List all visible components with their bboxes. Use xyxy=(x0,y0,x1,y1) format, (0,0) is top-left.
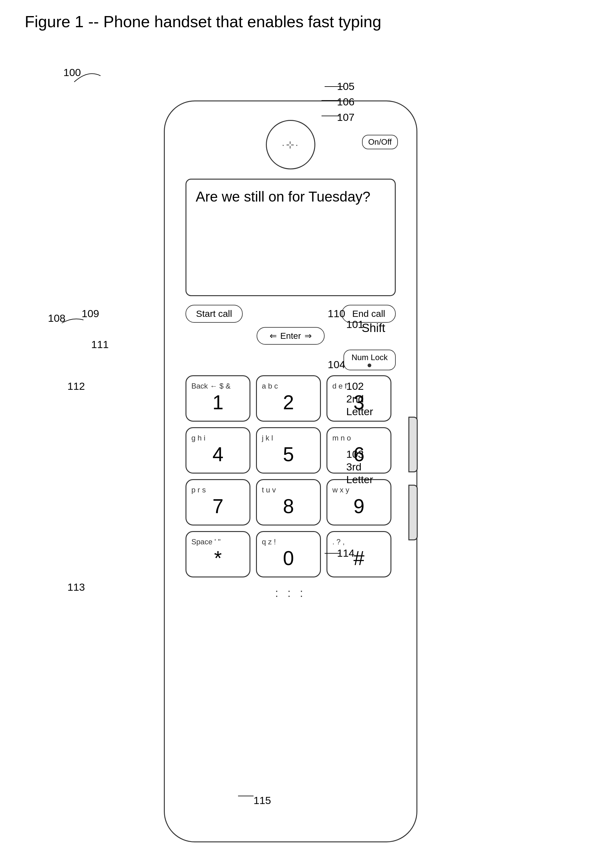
key-5[interactable]: j k l 5 xyxy=(256,427,321,474)
phone-body: ·⊹· On/Off Are we still on for Tuesday? … xyxy=(164,101,417,842)
key-7-letters: p r s xyxy=(191,486,206,495)
ref-line-105 xyxy=(325,82,346,91)
key-8[interactable]: t u v 8 xyxy=(256,479,321,525)
screen-text: Are we still on for Tuesday? xyxy=(196,189,371,205)
key-2-number: 2 xyxy=(262,393,315,413)
right-arrow-icon: ⇒ xyxy=(305,331,312,341)
side-button-3rd[interactable] xyxy=(409,485,418,541)
key-0[interactable]: q z ! 0 xyxy=(256,531,321,577)
key-8-letters: t u v xyxy=(262,486,276,495)
ref-label-111: 111 xyxy=(91,338,109,350)
key-hash-letters: . ? , xyxy=(333,538,345,547)
speaker: ·⊹· xyxy=(266,120,315,169)
key-2[interactable]: a b c 2 xyxy=(256,375,321,422)
key-6-letters: m n o xyxy=(333,434,351,443)
key-0-letters: q z ! xyxy=(262,538,276,547)
bottom-dots: : : : xyxy=(275,587,306,600)
key-9[interactable]: w x y 9 xyxy=(326,479,391,525)
key-star-letters: Space ' " xyxy=(191,538,221,547)
key-7-number: 7 xyxy=(191,496,244,516)
key-1[interactable]: Back ← $ & 1 xyxy=(186,375,250,422)
key-2-letters: a b c xyxy=(262,382,278,391)
enter-button[interactable]: ⇐ Enter ⇒ xyxy=(256,327,325,345)
shift-label: Shift xyxy=(362,321,385,335)
side-button-2nd[interactable] xyxy=(409,417,418,472)
ref-label-102: 102 xyxy=(346,380,364,392)
ref-label-104: 104 xyxy=(328,359,345,371)
speaker-dots: ·⊹· xyxy=(282,139,300,151)
ref-line-115 xyxy=(238,790,263,802)
call-buttons-row: Start call End call xyxy=(186,305,396,323)
key-5-letters: j k l xyxy=(262,434,273,443)
onoff-button[interactable]: On/Off xyxy=(362,135,398,149)
ref-line-114 xyxy=(325,549,343,558)
key-1-number: 1 xyxy=(191,393,244,413)
ref-label-109: 109 xyxy=(82,308,99,320)
ref-line-107 xyxy=(322,113,343,122)
ref-label-110: 110 xyxy=(328,308,345,320)
key-0-number: 0 xyxy=(262,548,315,568)
key-4[interactable]: g h i 4 xyxy=(186,427,250,474)
key-star[interactable]: Space ' " * xyxy=(186,531,250,577)
enter-label: Enter xyxy=(281,331,301,341)
numlock-button[interactable]: Num Lock xyxy=(343,350,396,370)
ref-label-103: 103 xyxy=(346,448,364,460)
page-title: Figure 1 -- Phone handset that enables f… xyxy=(25,12,381,31)
numlock-label: Num Lock xyxy=(351,353,388,362)
key-star-number: * xyxy=(191,548,244,568)
ref-line-106 xyxy=(322,97,343,107)
start-call-button[interactable]: Start call xyxy=(186,305,243,323)
ref-label-112: 112 xyxy=(67,380,85,392)
key-7[interactable]: p r s 7 xyxy=(186,479,250,525)
key-5-number: 5 xyxy=(262,445,315,464)
ref-label-101: 101 xyxy=(346,318,364,330)
key-3-letters: d e f xyxy=(333,382,347,391)
phone-screen: Are we still on for Tuesday? xyxy=(186,179,396,296)
key-4-letters: g h i xyxy=(191,434,205,443)
nd-letter-label: 2ndLetter xyxy=(346,393,373,418)
key-9-letters: w x y xyxy=(333,486,349,495)
key-1-letters: Back ← $ & xyxy=(191,382,230,391)
left-arrow-icon: ⇐ xyxy=(270,331,277,341)
key-9-number: 9 xyxy=(333,496,386,516)
key-4-number: 4 xyxy=(191,445,244,464)
numlock-indicator xyxy=(368,364,371,367)
key-8-number: 8 xyxy=(262,496,315,516)
rd-letter-label: 3rdLetter xyxy=(346,461,373,486)
numlock-row: Num Lock xyxy=(186,350,396,370)
ref-line-100 xyxy=(73,67,104,85)
ref-label-113: 113 xyxy=(67,581,85,593)
ref-line-108 xyxy=(60,314,85,326)
